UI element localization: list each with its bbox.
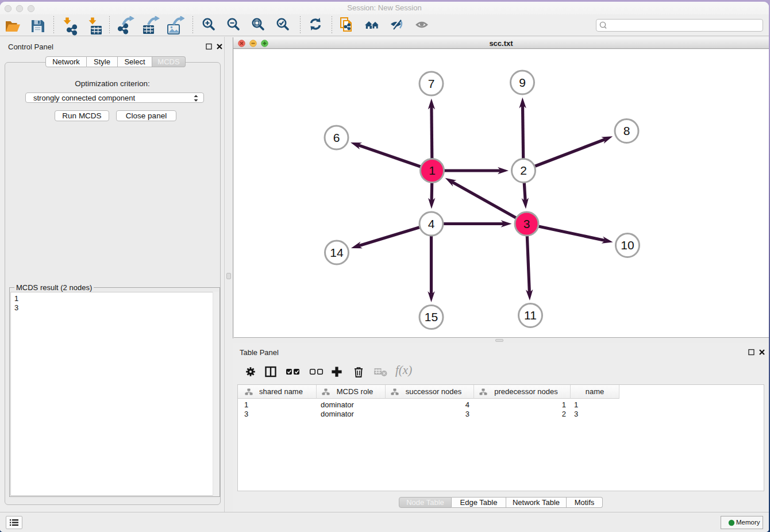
svg-text:11: 11 <box>524 309 537 322</box>
svg-text:1: 1 <box>429 164 436 177</box>
svg-text:7: 7 <box>428 77 435 90</box>
svg-text:14: 14 <box>330 246 344 259</box>
svg-text:8: 8 <box>623 124 630 137</box>
svg-text:15: 15 <box>425 310 438 323</box>
svg-text:9: 9 <box>519 76 526 89</box>
svg-text:4: 4 <box>428 217 435 230</box>
svg-text:6: 6 <box>333 131 340 144</box>
svg-text:2: 2 <box>520 164 527 177</box>
svg-text:3: 3 <box>523 217 530 230</box>
svg-text:10: 10 <box>621 238 634 252</box>
